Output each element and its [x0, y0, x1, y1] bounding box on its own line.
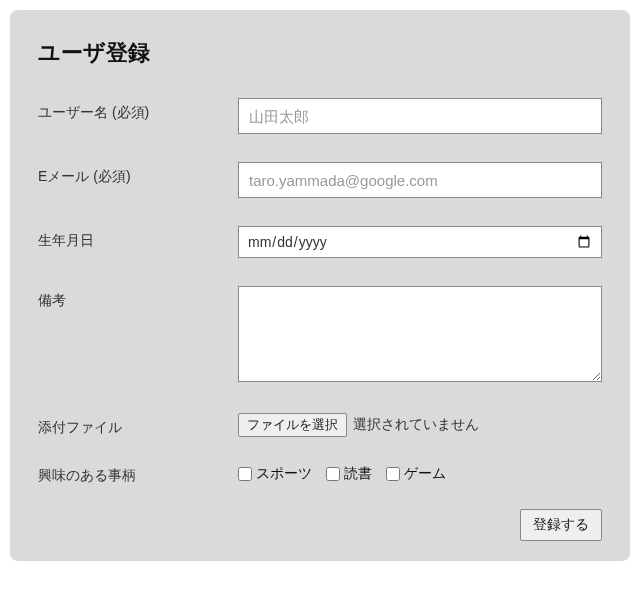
- birthday-row: 生年月日: [38, 226, 602, 258]
- email-row: Eメール (必須): [38, 162, 602, 198]
- attachment-label: 添付ファイル: [38, 413, 238, 437]
- username-field-wrap: [238, 98, 602, 134]
- interest-label-sports: スポーツ: [256, 465, 312, 483]
- file-control: ファイルを選択 選択されていません: [238, 413, 602, 437]
- email-input[interactable]: [238, 162, 602, 198]
- interest-label-games: ゲーム: [404, 465, 446, 483]
- interests-checkbox-group: スポーツ 読書 ゲーム: [238, 461, 602, 483]
- interests-row: 興味のある事柄 スポーツ 読書 ゲーム: [38, 461, 602, 485]
- interest-option-games[interactable]: ゲーム: [386, 465, 446, 483]
- interests-label: 興味のある事柄: [38, 461, 238, 485]
- form-title: ユーザ登録: [38, 38, 602, 68]
- birthday-input[interactable]: [238, 226, 602, 258]
- attachment-row: 添付ファイル ファイルを選択 選択されていません: [38, 413, 602, 437]
- attachment-field-wrap: ファイルを選択 選択されていません: [238, 413, 602, 437]
- email-field-wrap: [238, 162, 602, 198]
- notes-field-wrap: [238, 286, 602, 385]
- file-select-button[interactable]: ファイルを選択: [238, 413, 347, 437]
- notes-textarea[interactable]: [238, 286, 602, 382]
- username-input[interactable]: [238, 98, 602, 134]
- email-label: Eメール (必須): [38, 162, 238, 186]
- interest-checkbox-games[interactable]: [386, 467, 400, 481]
- interest-checkbox-sports[interactable]: [238, 467, 252, 481]
- interest-option-reading[interactable]: 読書: [326, 465, 372, 483]
- notes-row: 備考: [38, 286, 602, 385]
- interest-option-sports[interactable]: スポーツ: [238, 465, 312, 483]
- birthday-field-wrap: [238, 226, 602, 258]
- interests-field-wrap: スポーツ 読書 ゲーム: [238, 461, 602, 483]
- submit-row: 登録する: [38, 509, 602, 541]
- submit-button[interactable]: 登録する: [520, 509, 602, 541]
- username-row: ユーザー名 (必須): [38, 98, 602, 134]
- interest-checkbox-reading[interactable]: [326, 467, 340, 481]
- username-label: ユーザー名 (必須): [38, 98, 238, 122]
- user-registration-form: ユーザ登録 ユーザー名 (必須) Eメール (必須) 生年月日 備考 添付ファイ…: [10, 10, 630, 561]
- birthday-label: 生年月日: [38, 226, 238, 250]
- notes-label: 備考: [38, 286, 238, 310]
- interest-label-reading: 読書: [344, 465, 372, 483]
- file-status-text: 選択されていません: [353, 416, 479, 434]
